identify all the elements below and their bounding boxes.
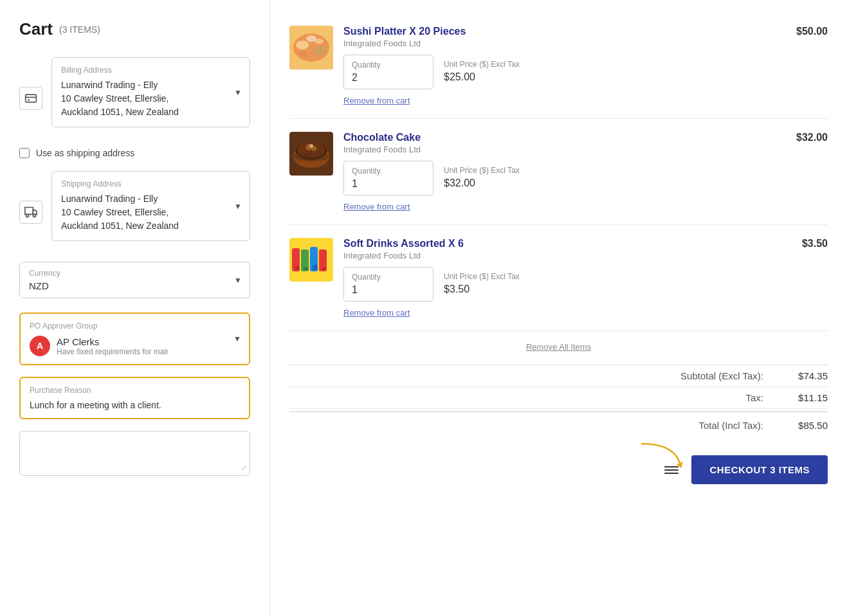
po-approver-avatar: A [30, 336, 50, 356]
drinks-qty-label: Quantity [352, 273, 425, 282]
svg-rect-26 [322, 267, 327, 270]
remove-all-button[interactable]: Remove All Items [526, 342, 591, 352]
drinks-unit-price: $3.50 [444, 284, 520, 295]
shipping-address-label: Shipping Address [61, 179, 241, 188]
totals-section: Subtotal (Excl Tax): $74.35 Tax: $11.15 … [289, 365, 828, 436]
shipping-address-section: Shipping Address Lunarwind Trading - Ell… [19, 171, 250, 253]
drinks-top-row: Soft Drinks Assorted X 6 Integrated Food… [343, 238, 828, 318]
shipping-address-block[interactable]: Shipping Address Lunarwind Trading - Ell… [51, 171, 250, 241]
svg-rect-24 [304, 267, 309, 270]
cart-item-cake: Chocolate Cake Integrated Foods Ltd Quan… [289, 119, 828, 225]
notes-resize-handle[interactable]: ⤢ [241, 464, 247, 473]
list-line-3 [664, 473, 679, 474]
drinks-qty-row: Quantity 1 Unit Price ($) Excl Tax $3.50 [343, 267, 520, 302]
po-approver-dropdown-arrow[interactable]: ▼ [233, 334, 241, 343]
cake-unit-price-label: Unit Price ($) Excl Tax [444, 166, 520, 175]
po-approver-label: PO Approver Group [30, 322, 240, 331]
sushi-total-price: $50.00 [796, 26, 828, 37]
drinks-total-price: $3.50 [802, 238, 828, 249]
billing-dropdown-arrow[interactable]: ▼ [234, 88, 242, 97]
cake-qty-value: 1 [352, 178, 425, 190]
sushi-remove-button[interactable]: Remove from cart [343, 96, 410, 105]
checkout-button[interactable]: CHECKOUT 3 ITEMS [691, 455, 828, 484]
billing-icon [19, 87, 42, 110]
po-approver-block[interactable]: PO Approver Group A AP Clerks Have fixed… [19, 313, 250, 365]
sushi-unit-price: $25.00 [444, 71, 520, 83]
sushi-qty-box[interactable]: Quantity 2 [343, 55, 433, 89]
drinks-remove-button[interactable]: Remove from cart [343, 308, 410, 318]
notes-block[interactable]: ⤢ [19, 431, 250, 476]
sushi-details: Sushi Platter X 20 Pieces Integrated Foo… [343, 26, 828, 105]
cake-qty-label: Quantity [352, 167, 425, 176]
purchase-reason-text: Lunch for a meeting with a client. [30, 400, 240, 410]
arrow-indicator [635, 437, 686, 469]
remove-all-row: Remove All Items [289, 331, 828, 358]
currency-block[interactable]: Currency NZD ▼ [19, 262, 250, 298]
total-row: Total (Incl Tax): $85.50 [289, 415, 828, 436]
drinks-unit-price-label: Unit Price ($) Excl Tax [444, 272, 520, 281]
subtotal-label: Subtotal (Excl Tax): [680, 370, 763, 381]
cake-qty-row: Quantity 1 Unit Price ($) Excl Tax $32.0… [343, 161, 520, 195]
cake-details: Chocolate Cake Integrated Foods Ltd Quan… [343, 132, 828, 212]
subtotal-value: $74.35 [783, 370, 828, 381]
cake-info: Chocolate Cake Integrated Foods Ltd Quan… [343, 132, 520, 212]
svg-point-6 [314, 46, 327, 55]
po-approver-desc: Have fixed requirements for mair [57, 347, 168, 356]
svg-point-17 [293, 151, 329, 161]
drinks-supplier: Integrated Foods Ltd [343, 251, 520, 260]
svg-point-1 [26, 214, 29, 217]
left-panel: Cart (3 ITEMS) Billing Address Lunarwind… [0, 0, 270, 616]
total-value: $85.50 [783, 420, 828, 431]
currency-dropdown-arrow[interactable]: ▼ [234, 276, 242, 285]
svg-rect-25 [313, 265, 318, 270]
cake-image [289, 132, 333, 176]
shipping-dropdown-arrow[interactable]: ▼ [234, 202, 242, 211]
tax-row: Tax: $11.15 [289, 387, 828, 409]
currency-value: NZD [29, 280, 241, 291]
sushi-supplier: Integrated Foods Ltd [343, 39, 520, 48]
cake-qty-box[interactable]: Quantity 1 [343, 161, 433, 195]
po-approver-info: AP Clerks Have fixed requirements for ma… [57, 336, 168, 356]
svg-point-2 [33, 214, 35, 217]
page-title: Cart (3 ITEMS) [19, 19, 250, 39]
use-shipping-row[interactable]: Use as shipping address [19, 148, 250, 158]
svg-point-9 [314, 39, 323, 44]
billing-address-text: Lunarwind Trading - Elly10 Cawley Street… [61, 78, 241, 119]
svg-point-16 [309, 144, 313, 148]
subtotal-row: Subtotal (Excl Tax): $74.35 [289, 365, 828, 387]
svg-rect-23 [295, 266, 300, 270]
svg-point-8 [299, 51, 308, 57]
sushi-price-box: Unit Price ($) Excl Tax $25.00 [444, 55, 520, 88]
cake-remove-button[interactable]: Remove from cart [343, 202, 410, 212]
sushi-unit-price-label: Unit Price ($) Excl Tax [444, 60, 520, 69]
sushi-info: Sushi Platter X 20 Pieces Integrated Foo… [343, 26, 520, 105]
cake-supplier: Integrated Foods Ltd [343, 145, 520, 154]
billing-address-block[interactable]: Billing Address Lunarwind Trading - Elly… [51, 57, 250, 127]
cake-name: Chocolate Cake [343, 132, 520, 143]
tax-value: $11.15 [783, 392, 828, 403]
svg-point-5 [296, 41, 309, 50]
shipping-address-text: Lunarwind Trading - Elly10 Cawley Street… [61, 192, 241, 233]
cart-count: (3 ITEMS) [59, 24, 100, 35]
sushi-qty-value: 2 [352, 72, 425, 84]
tax-label: Tax: [745, 392, 763, 403]
use-shipping-checkbox[interactable] [19, 148, 30, 158]
drinks-image [289, 238, 333, 282]
cake-price-box: Unit Price ($) Excl Tax $32.00 [444, 161, 520, 194]
shipping-icon [19, 201, 42, 224]
sushi-image [289, 26, 333, 69]
drinks-qty-value: 1 [352, 284, 425, 296]
cake-total-price: $32.00 [796, 132, 828, 143]
drinks-name: Soft Drinks Assorted X 6 [343, 238, 520, 249]
billing-address-section: Billing Address Lunarwind Trading - Elly… [19, 57, 250, 139]
drinks-details: Soft Drinks Assorted X 6 Integrated Food… [343, 238, 828, 318]
sushi-qty-row: Quantity 2 Unit Price ($) Excl Tax $25.0… [343, 55, 520, 89]
use-shipping-label: Use as shipping address [36, 148, 134, 158]
total-label: Total (Incl Tax): [698, 420, 763, 431]
billing-address-label: Billing Address [61, 66, 241, 75]
sushi-qty-label: Quantity [352, 60, 425, 69]
drinks-qty-box[interactable]: Quantity 1 [343, 267, 433, 302]
sushi-top-row: Sushi Platter X 20 Pieces Integrated Foo… [343, 26, 828, 105]
po-approver-row: A AP Clerks Have fixed requirements for … [30, 336, 240, 356]
purchase-reason-block[interactable]: Purchase Reason Lunch for a meeting with… [19, 377, 250, 419]
